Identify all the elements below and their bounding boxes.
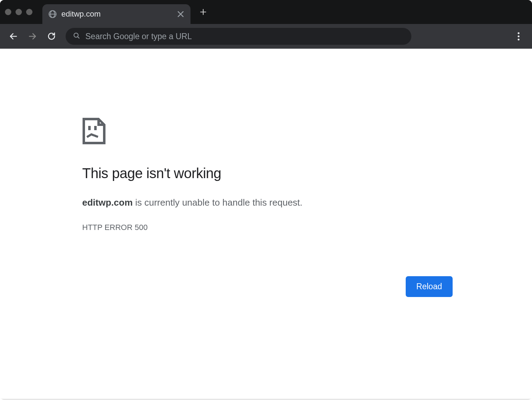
error-container: This page isn't working editwp.com is cu… (82, 117, 453, 232)
close-tab-icon[interactable] (176, 9, 186, 19)
svg-rect-4 (88, 126, 91, 130)
search-icon (73, 32, 80, 41)
error-code: HTTP ERROR 500 (82, 223, 453, 232)
error-heading: This page isn't working (82, 165, 453, 181)
forward-button[interactable] (25, 29, 40, 43)
new-tab-button[interactable] (195, 4, 211, 20)
svg-point-1 (518, 32, 519, 34)
tab-title: editwp.com (61, 10, 171, 19)
reload-page-button[interactable]: Reload (406, 276, 453, 297)
reload-button[interactable] (44, 29, 59, 43)
svg-point-3 (518, 38, 519, 40)
svg-point-2 (518, 35, 519, 37)
sad-page-icon (82, 117, 105, 144)
error-message-suffix: is currently unable to handle this reque… (133, 197, 302, 208)
globe-icon (49, 10, 56, 18)
page-content: This page isn't working editwp.com is cu… (0, 49, 532, 400)
address-bar[interactable] (66, 28, 411, 45)
back-button[interactable] (6, 29, 20, 43)
toolbar (0, 24, 532, 49)
browser-tab[interactable]: editwp.com (42, 4, 191, 24)
address-input[interactable] (85, 32, 404, 41)
browser-menu-button[interactable] (512, 29, 526, 43)
close-window-dot[interactable] (5, 9, 11, 15)
minimize-window-dot[interactable] (16, 9, 22, 15)
maximize-window-dot[interactable] (26, 9, 32, 15)
error-domain: editwp.com (82, 197, 133, 208)
error-message: editwp.com is currently unable to handle… (82, 196, 453, 209)
svg-rect-5 (94, 126, 97, 130)
browser-chrome: editwp.com (0, 0, 532, 49)
window-controls[interactable] (5, 9, 32, 15)
tab-strip: editwp.com (0, 0, 532, 24)
